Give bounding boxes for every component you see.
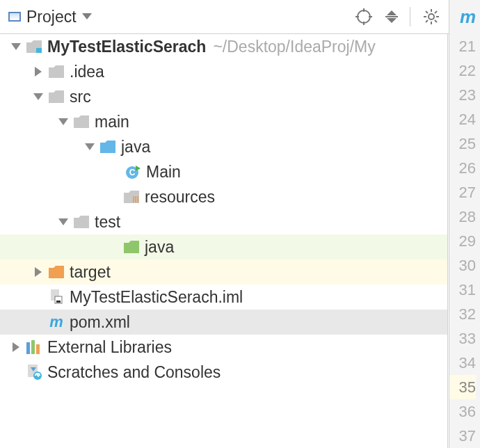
settings-button[interactable] xyxy=(419,4,444,29)
maven-tab-icon[interactable]: m xyxy=(449,0,476,34)
line-number[interactable]: 32 xyxy=(449,302,476,326)
line-number[interactable]: 26 xyxy=(449,156,476,180)
toolbar-separator xyxy=(410,7,410,26)
svg-marker-31 xyxy=(58,218,68,225)
line-number[interactable]: 22 xyxy=(449,58,476,83)
node-label: Scratches and Consoles xyxy=(47,365,221,381)
target-folder-node[interactable]: target xyxy=(0,259,447,285)
chevron-down-icon[interactable] xyxy=(10,40,22,53)
class-runnable-icon: C xyxy=(125,165,141,179)
line-number[interactable]: 34 xyxy=(449,351,476,375)
node-label: resources xyxy=(145,189,215,205)
idea-folder-node[interactable]: .idea xyxy=(0,59,447,84)
test-folder-icon xyxy=(124,240,139,254)
node-label: target xyxy=(70,264,111,280)
svg-line-14 xyxy=(426,11,428,13)
module-icon xyxy=(26,40,42,54)
iml-file-node[interactable]: MyTestElasticSerach.iml xyxy=(0,285,447,310)
src-folder-node[interactable]: src xyxy=(0,84,447,109)
node-label: java xyxy=(145,239,174,255)
excluded-folder-icon xyxy=(49,265,64,279)
line-number[interactable]: 35 xyxy=(449,375,476,399)
java-test-folder-node[interactable]: java xyxy=(0,234,447,259)
svg-marker-36 xyxy=(13,342,19,352)
svg-rect-38 xyxy=(31,340,35,354)
svg-text:C: C xyxy=(129,168,136,177)
main-folder-node[interactable]: main xyxy=(0,109,447,134)
node-label: src xyxy=(70,89,91,105)
line-number[interactable]: 27 xyxy=(449,180,476,205)
svg-rect-29 xyxy=(135,196,136,202)
java-source-folder-node[interactable]: java xyxy=(0,134,447,159)
editor-gutter: m 2122232425262728293031323334353637 xyxy=(449,0,480,448)
pom-file-node[interactable]: m pom.xml xyxy=(0,310,447,335)
project-tree: MyTestElasticSerach ~/Desktop/IdeaProj/M… xyxy=(0,34,448,448)
libraries-icon xyxy=(26,340,42,354)
project-label: Project xyxy=(26,8,77,26)
svg-rect-39 xyxy=(36,344,40,354)
chevron-down-icon[interactable] xyxy=(57,216,70,228)
line-number[interactable]: 23 xyxy=(449,83,476,107)
svg-rect-35 xyxy=(56,301,61,303)
source-folder-icon xyxy=(100,140,115,154)
svg-marker-22 xyxy=(33,93,43,100)
line-number[interactable]: 25 xyxy=(449,131,476,156)
line-number[interactable]: 33 xyxy=(449,326,476,351)
node-label: MyTestElasticSerach.iml xyxy=(70,289,243,305)
folder-icon xyxy=(74,115,89,129)
svg-rect-20 xyxy=(36,48,42,53)
chevron-right-icon[interactable] xyxy=(32,65,45,78)
project-view-selector[interactable]: Project xyxy=(8,8,92,26)
main-class-node[interactable]: C Main xyxy=(0,159,447,184)
svg-rect-30 xyxy=(137,196,138,202)
locate-button[interactable] xyxy=(351,4,376,29)
node-label: java xyxy=(121,139,150,155)
external-libraries-node[interactable]: External Libraries xyxy=(0,335,447,360)
scratches-node[interactable]: Scratches and Consoles xyxy=(0,360,447,385)
project-root-name: MyTestElasticSerach xyxy=(47,39,206,55)
project-root-node[interactable]: MyTestElasticSerach ~/Desktop/IdeaProj/M… xyxy=(0,34,447,59)
line-number[interactable]: 37 xyxy=(449,424,476,448)
maven-icon: m xyxy=(49,315,64,329)
svg-marker-24 xyxy=(85,143,95,150)
folder-icon xyxy=(49,65,64,79)
svg-marker-7 xyxy=(387,18,397,23)
svg-marker-23 xyxy=(58,118,68,125)
resources-folder-node[interactable]: resources xyxy=(0,184,447,209)
folder-icon xyxy=(49,90,64,104)
node-label: pom.xml xyxy=(70,314,130,330)
svg-marker-6 xyxy=(387,10,397,15)
dropdown-icon xyxy=(82,13,92,20)
chevron-down-icon[interactable] xyxy=(83,141,96,153)
line-number[interactable]: 31 xyxy=(449,278,476,302)
project-root-path: ~/Desktop/IdeaProj/My xyxy=(213,38,375,56)
svg-line-44 xyxy=(38,376,39,376)
line-number[interactable]: 28 xyxy=(449,205,476,229)
node-label: test xyxy=(95,214,120,230)
svg-point-1 xyxy=(358,10,370,23)
node-label: main xyxy=(95,114,129,130)
chevron-right-icon[interactable] xyxy=(32,266,45,278)
line-number[interactable]: 29 xyxy=(449,229,476,253)
svg-rect-28 xyxy=(133,196,134,202)
chevron-right-icon[interactable] xyxy=(10,341,22,353)
resources-folder-icon xyxy=(124,190,139,204)
svg-marker-21 xyxy=(35,67,42,77)
scratches-icon xyxy=(26,365,42,379)
collapse-all-button[interactable] xyxy=(379,4,404,29)
svg-marker-32 xyxy=(35,267,42,277)
line-number[interactable]: 21 xyxy=(449,34,476,58)
svg-marker-0 xyxy=(82,13,92,19)
node-label: External Libraries xyxy=(47,339,172,355)
folder-icon xyxy=(74,215,89,229)
line-number[interactable]: 30 xyxy=(449,253,476,278)
line-number[interactable]: 36 xyxy=(449,399,476,424)
chevron-down-icon[interactable] xyxy=(57,115,70,128)
node-label: Main xyxy=(146,164,181,180)
chevron-down-icon[interactable] xyxy=(32,90,45,103)
iml-file-icon xyxy=(49,290,64,304)
svg-rect-37 xyxy=(26,342,30,354)
svg-line-17 xyxy=(435,11,437,13)
line-number[interactable]: 24 xyxy=(449,107,476,131)
test-folder-node[interactable]: test xyxy=(0,209,447,234)
